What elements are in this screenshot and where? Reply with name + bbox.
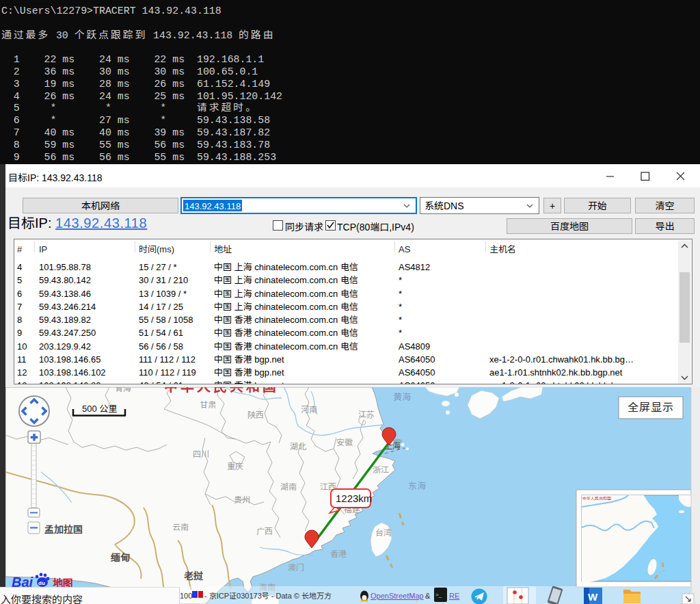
svg-text:缅甸: 缅甸 bbox=[110, 550, 130, 564]
svg-text:青海: 青海 bbox=[115, 387, 131, 393]
svg-text:云南: 云南 bbox=[172, 521, 189, 532]
svg-text:- 京ICP证030173号 - Data © 长地万方: - 京ICP证030173号 - Data © 长地万方 bbox=[204, 590, 332, 601]
svg-text:甘肃: 甘肃 bbox=[200, 398, 216, 410]
svg-text:W: W bbox=[588, 589, 598, 603]
svg-text:du: du bbox=[38, 579, 45, 586]
svg-text:东海: 东海 bbox=[408, 479, 426, 492]
svg-text:香港: 香港 bbox=[330, 547, 347, 559]
svg-text:孟加拉国: 孟加拉国 bbox=[44, 522, 83, 536]
svg-text:广西: 广西 bbox=[256, 525, 273, 536]
svg-text:贵州: 贵州 bbox=[234, 493, 250, 505]
svg-text:100: 100 bbox=[180, 590, 192, 601]
svg-text:陕西: 陕西 bbox=[247, 408, 264, 420]
svg-text:>_: >_ bbox=[435, 590, 442, 598]
svg-text:RE: RE bbox=[449, 590, 459, 601]
svg-text:&: & bbox=[425, 590, 431, 601]
svg-text:1223km: 1223km bbox=[336, 490, 372, 505]
svg-text:全屏显示: 全屏显示 bbox=[628, 398, 674, 415]
svg-text:500 公里: 500 公里 bbox=[82, 402, 117, 415]
svg-text:澳门: 澳门 bbox=[288, 561, 304, 573]
svg-text:台湾: 台湾 bbox=[375, 526, 392, 538]
svg-text:四川: 四川 bbox=[193, 447, 209, 459]
svg-text:重庆: 重庆 bbox=[227, 460, 243, 471]
svg-text:OpenStreetMap: OpenStreetMap bbox=[371, 590, 424, 601]
svg-text:浙江: 浙江 bbox=[373, 463, 389, 475]
svg-text:湖南: 湖南 bbox=[280, 480, 297, 492]
svg-text:中华人民共和国: 中华人民共和国 bbox=[582, 495, 611, 501]
svg-text:黄海: 黄海 bbox=[393, 390, 411, 403]
svg-text:湖北: 湖北 bbox=[290, 440, 306, 451]
svg-text:河南: 河南 bbox=[301, 403, 317, 415]
svg-text:安徽: 安徽 bbox=[336, 436, 353, 447]
svg-text:老挝: 老挝 bbox=[184, 568, 204, 582]
svg-text:江苏: 江苏 bbox=[358, 408, 375, 419]
svg-text:中华人民共和国: 中华人民共和国 bbox=[164, 387, 279, 395]
